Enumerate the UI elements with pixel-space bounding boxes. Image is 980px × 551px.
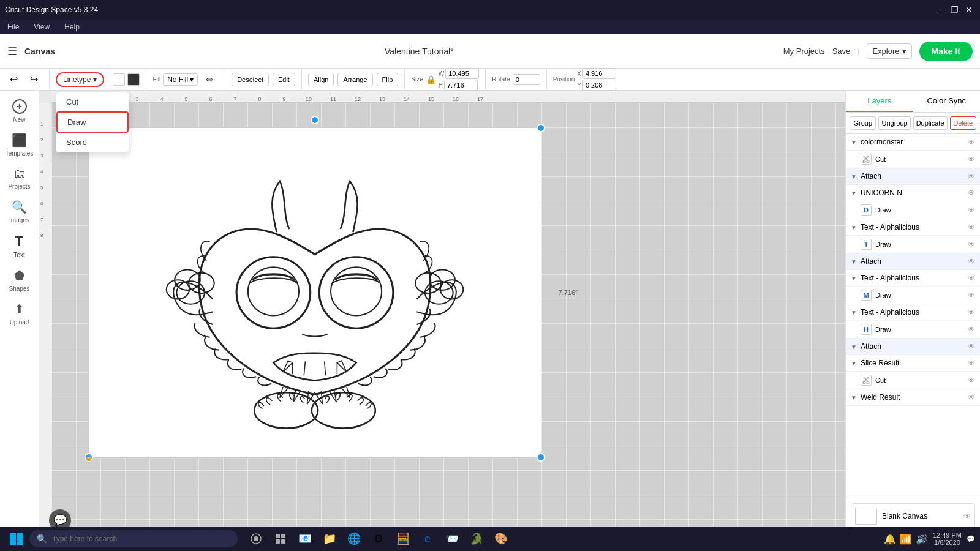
eye-text-alpha2[interactable]: 👁 bbox=[968, 274, 975, 282]
layer-item-text-draw3[interactable]: H Draw 👁 bbox=[846, 321, 980, 339]
action-center-icon[interactable]: 💬 bbox=[967, 535, 975, 543]
taskbar-settings[interactable]: ⚙ bbox=[368, 528, 390, 550]
handle-tr[interactable] bbox=[537, 124, 545, 132]
eye-attach1[interactable]: 👁 bbox=[968, 172, 975, 181]
eye-text-draw3[interactable]: 👁 bbox=[968, 325, 975, 334]
explore-button[interactable]: Explore ▾ bbox=[867, 43, 911, 59]
linetype-option-cut[interactable]: Cut bbox=[56, 92, 129, 111]
layer-group-weld[interactable]: ▼ Weld Result 👁 bbox=[846, 389, 980, 406]
taskbar-email[interactable]: 📧 bbox=[294, 528, 316, 550]
sidebar-item-upload[interactable]: ⬆ Upload bbox=[2, 298, 37, 329]
canvas-area[interactable]: 1 2 3 4 5 6 7 8 9 10 11 12 13 14 15 16 1… bbox=[39, 91, 845, 551]
taskbar-cortana[interactable] bbox=[245, 528, 267, 550]
taskbar-task-view[interactable] bbox=[270, 528, 292, 550]
tab-layers[interactable]: Layers bbox=[846, 91, 913, 112]
taskbar-ie[interactable]: e bbox=[417, 528, 439, 550]
lock-icon[interactable]: 🔒 bbox=[426, 75, 436, 84]
eye-colormonster[interactable]: 👁 bbox=[968, 138, 975, 146]
color-swatch-black[interactable] bbox=[113, 73, 125, 86]
eye-text-alpha3[interactable]: 👁 bbox=[968, 308, 975, 317]
redo-button[interactable]: ↪ bbox=[25, 71, 43, 88]
eye-blank-canvas[interactable]: 👁 bbox=[963, 512, 971, 520]
make-it-button[interactable]: Make It bbox=[919, 42, 973, 61]
layer-group-text-alpha2[interactable]: ▼ Text - Alphalicious 👁 bbox=[846, 270, 980, 287]
taskbar-clock[interactable]: 12:49 PM 1/8/2020 bbox=[933, 531, 962, 546]
duplicate-button[interactable]: Duplicate bbox=[913, 116, 948, 130]
menu-help[interactable]: Help bbox=[62, 21, 82, 32]
layer-group-slice[interactable]: ▼ Slice Result 👁 bbox=[846, 355, 980, 372]
linetype-option-score[interactable]: Score bbox=[56, 133, 129, 152]
taskbar-app-cricut[interactable]: 🐊 bbox=[466, 528, 488, 550]
layer-item-text-draw1[interactable]: T Draw 👁 bbox=[846, 236, 980, 253]
sidebar-item-images[interactable]: 🔍 Images bbox=[2, 196, 37, 227]
sidebar-item-text[interactable]: T Text bbox=[2, 230, 37, 262]
layer-group-colormonster[interactable]: ▼ colormonster 👁 bbox=[846, 134, 980, 151]
layer-group-text-alpha3[interactable]: ▼ Text - Alphalicious 👁 bbox=[846, 304, 980, 321]
close-button[interactable]: ✕ bbox=[963, 4, 975, 16]
start-button[interactable] bbox=[5, 528, 27, 550]
eye-cut[interactable]: 👁 bbox=[968, 155, 975, 163]
layer-group-unicorn[interactable]: ▼ UNICORN N 👁 bbox=[846, 185, 980, 201]
linetype-option-draw[interactable]: Draw bbox=[56, 111, 129, 133]
layer-group-text-alpha1[interactable]: ▼ Text - Alphalicious 👁 bbox=[846, 219, 980, 236]
linetype-button[interactable]: Linetype ▾ bbox=[56, 72, 104, 87]
rotate-input[interactable] bbox=[513, 74, 540, 85]
layer-item-cut2[interactable]: Cut 👁 bbox=[846, 372, 980, 389]
height-input[interactable] bbox=[444, 80, 478, 91]
volume-icon[interactable]: 🔊 bbox=[916, 533, 928, 545]
group-button[interactable]: Group bbox=[850, 116, 876, 130]
width-input[interactable] bbox=[445, 68, 479, 79]
taskbar-app-cricut2[interactable]: 🎨 bbox=[490, 528, 512, 550]
undo-button[interactable]: ↩ bbox=[5, 71, 23, 88]
taskbar-calculator[interactable]: 🧮 bbox=[392, 528, 414, 550]
align-button[interactable]: Align bbox=[308, 73, 334, 86]
tab-color-sync[interactable]: Color Sync bbox=[913, 91, 981, 112]
search-bar[interactable]: 🔍 bbox=[29, 530, 238, 547]
eye-text-draw2[interactable]: 👁 bbox=[968, 291, 975, 299]
blank-canvas-item[interactable]: Blank Canvas 👁 bbox=[851, 503, 975, 529]
eye-slice[interactable]: 👁 bbox=[968, 359, 975, 367]
eye-unicorn-draw[interactable]: 👁 bbox=[968, 206, 975, 214]
minimize-button[interactable]: − bbox=[933, 4, 946, 16]
sidebar-item-shapes[interactable]: ⬟ Shapes bbox=[2, 264, 37, 296]
pen-button[interactable]: ✏ bbox=[202, 72, 219, 87]
save-button[interactable]: Save bbox=[832, 47, 851, 56]
taskbar-search-input[interactable] bbox=[52, 534, 230, 543]
layer-group-attach1[interactable]: ▼ Attach 👁 bbox=[846, 168, 980, 185]
deselect-button[interactable]: Deselect bbox=[232, 73, 269, 86]
menu-file[interactable]: File bbox=[5, 21, 21, 32]
layer-group-attach2[interactable]: ▼ Attach 👁 bbox=[846, 253, 980, 270]
ungroup-button[interactable]: Ungroup bbox=[878, 116, 910, 130]
eye-cut2[interactable]: 👁 bbox=[968, 376, 975, 384]
eye-text-alpha1[interactable]: 👁 bbox=[968, 223, 975, 231]
x-input[interactable] bbox=[582, 68, 616, 79]
edit-button[interactable]: Edit bbox=[273, 73, 295, 86]
handle-br[interactable] bbox=[537, 453, 545, 462]
sidebar-item-new[interactable]: + New bbox=[2, 96, 37, 127]
arrange-button[interactable]: Arrange bbox=[337, 73, 372, 86]
layer-item-unicorn-draw[interactable]: D Draw 👁 bbox=[846, 201, 980, 219]
sidebar-item-projects[interactable]: 🗂 Projects bbox=[2, 163, 37, 193]
menu-view[interactable]: View bbox=[31, 21, 52, 32]
eye-text-draw1[interactable]: 👁 bbox=[968, 240, 975, 249]
delete-button[interactable]: Delete bbox=[950, 116, 976, 130]
layer-item-cut[interactable]: Cut 👁 bbox=[846, 151, 980, 168]
flip-button[interactable]: Flip bbox=[377, 73, 399, 86]
y-input[interactable] bbox=[582, 80, 616, 91]
eye-weld[interactable]: 👁 bbox=[968, 393, 975, 402]
eye-attach2[interactable]: 👁 bbox=[968, 257, 975, 266]
fill-dropdown[interactable]: No Fill ▾ bbox=[163, 73, 198, 86]
layer-group-attach3[interactable]: ▼ Attach 👁 bbox=[846, 339, 980, 355]
taskbar-chrome[interactable]: 🌐 bbox=[343, 528, 365, 550]
handle-rotate[interactable] bbox=[311, 116, 319, 124]
eye-unicorn[interactable]: 👁 bbox=[968, 189, 975, 197]
notification-icon[interactable]: 🔔 bbox=[884, 533, 896, 545]
network-icon[interactable]: 📶 bbox=[900, 533, 912, 545]
layer-item-text-draw2[interactable]: M Draw 👁 bbox=[846, 287, 980, 304]
sidebar-item-templates[interactable]: ⬛ Templates bbox=[2, 129, 37, 160]
taskbar-explorer[interactable]: 📁 bbox=[318, 528, 341, 550]
taskbar-outlook[interactable]: 📨 bbox=[441, 528, 463, 550]
hamburger-menu[interactable]: ☰ bbox=[7, 45, 17, 58]
my-projects-button[interactable]: My Projects bbox=[783, 47, 825, 56]
maximize-button[interactable]: ❐ bbox=[948, 4, 960, 16]
